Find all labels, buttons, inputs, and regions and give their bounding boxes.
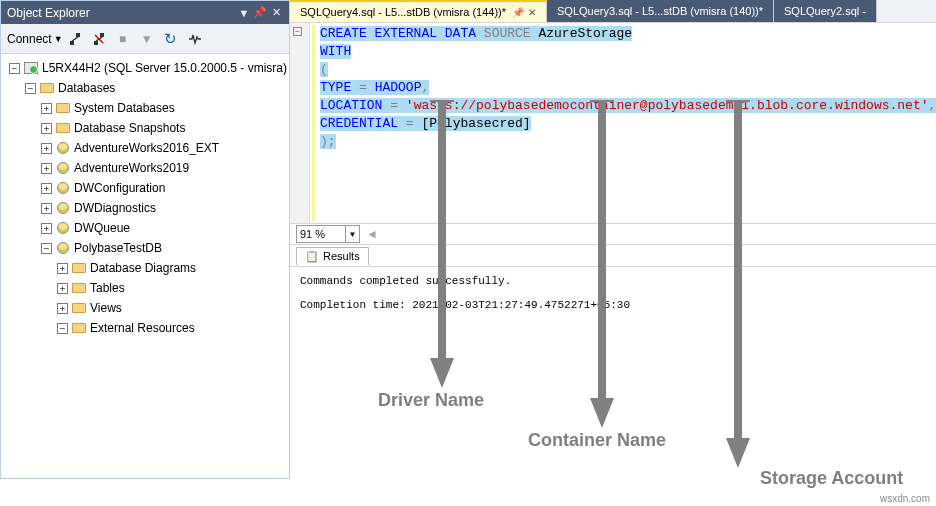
extres-node[interactable]: −External Resources xyxy=(3,318,287,338)
panel-title: Object Explorer xyxy=(7,6,235,20)
dwqueue-node[interactable]: +DWQueue xyxy=(3,218,287,238)
server-node[interactable]: −L5RX44H2 (SQL Server 15.0.2000.5 - vmis… xyxy=(3,58,287,78)
svg-line-2 xyxy=(72,37,78,41)
scroll-left-icon[interactable]: ◄ xyxy=(366,227,378,241)
databases-node[interactable]: −Databases xyxy=(3,78,287,98)
label-container: Container Name xyxy=(528,430,666,451)
results-icon: 📋 xyxy=(305,250,319,263)
pin-icon[interactable]: 📌 xyxy=(512,7,524,18)
dwconfig-node[interactable]: +DWConfiguration xyxy=(3,178,287,198)
refresh-icon[interactable]: ↻ xyxy=(161,29,181,49)
dropdown-icon[interactable]: ▼ xyxy=(237,7,251,19)
aw2016-node[interactable]: +AdventureWorks2016_EXT xyxy=(3,138,287,158)
diagrams-node[interactable]: +Database Diagrams xyxy=(3,258,287,278)
editor-gutter xyxy=(290,23,310,223)
pin-icon[interactable]: 📌 xyxy=(253,6,267,19)
fold-icon[interactable]: − xyxy=(293,27,302,36)
server-label: L5RX44H2 (SQL Server 15.0.2000.5 - vmisr… xyxy=(42,58,287,78)
filter-icon: ▼ xyxy=(137,29,157,49)
tables-node[interactable]: +Tables xyxy=(3,278,287,298)
tab-third[interactable]: SQLQuery2.sql - xyxy=(774,0,877,22)
aw2019-node[interactable]: +AdventureWorks2019 xyxy=(3,158,287,178)
dwdiag-node[interactable]: +DWDiagnostics xyxy=(3,198,287,218)
tab-active[interactable]: SQLQuery4.sql - L5...stDB (vmisra (144))… xyxy=(290,0,547,22)
results-msg1: Commands completed successfully. xyxy=(300,275,926,287)
watermark: wsxdn.com xyxy=(880,493,930,504)
tab-bar: SQLQuery4.sql - L5...stDB (vmisra (144))… xyxy=(290,0,936,23)
object-explorer-panel: Object Explorer ▼ 📌 ✕ Connect ▼ ■ ▼ ↻ −L… xyxy=(0,0,290,479)
tab-second[interactable]: SQLQuery3.sql - L5...stDB (vmisra (140))… xyxy=(547,0,774,22)
label-driver: Driver Name xyxy=(378,390,484,411)
disconnect-icon[interactable] xyxy=(89,29,109,49)
change-marker xyxy=(312,25,315,221)
chevron-down-icon[interactable]: ▼ xyxy=(54,34,63,44)
results-msg2: Completion time: 2021-02-03T21:27:49.475… xyxy=(300,299,926,311)
polybase-node[interactable]: −PolybaseTestDB xyxy=(3,238,287,258)
zoom-bar: ▼ ◄ xyxy=(290,223,936,245)
svg-rect-4 xyxy=(100,33,104,37)
sysdb-node[interactable]: +System Databases xyxy=(3,98,287,118)
views-node[interactable]: +Views xyxy=(3,298,287,318)
panel-header: Object Explorer ▼ 📌 ✕ xyxy=(1,1,289,24)
stop-icon: ■ xyxy=(113,29,133,49)
close-icon[interactable]: ✕ xyxy=(528,7,536,18)
snapshots-node[interactable]: +Database Snapshots xyxy=(3,118,287,138)
svg-rect-0 xyxy=(70,41,74,45)
connect-icon[interactable] xyxy=(65,29,85,49)
object-explorer-toolbar: Connect ▼ ■ ▼ ↻ xyxy=(1,24,289,54)
zoom-input[interactable] xyxy=(296,225,346,243)
results-tab-button[interactable]: 📋 Results xyxy=(296,247,369,265)
sql-editor[interactable]: − CREATE EXTERNAL DATA SOURCE AzureStora… xyxy=(290,23,936,223)
svg-rect-1 xyxy=(76,33,80,37)
zoom-dropdown[interactable]: ▼ xyxy=(346,225,360,243)
label-storage: Storage Account xyxy=(760,468,903,489)
databases-label: Databases xyxy=(58,78,115,98)
object-tree[interactable]: −L5RX44H2 (SQL Server 15.0.2000.5 - vmis… xyxy=(1,54,289,478)
connect-label: Connect xyxy=(7,32,52,46)
activity-icon[interactable] xyxy=(185,29,205,49)
svg-rect-3 xyxy=(94,41,98,45)
close-icon[interactable]: ✕ xyxy=(269,6,283,19)
results-tabs: 📋 Results xyxy=(290,245,936,267)
